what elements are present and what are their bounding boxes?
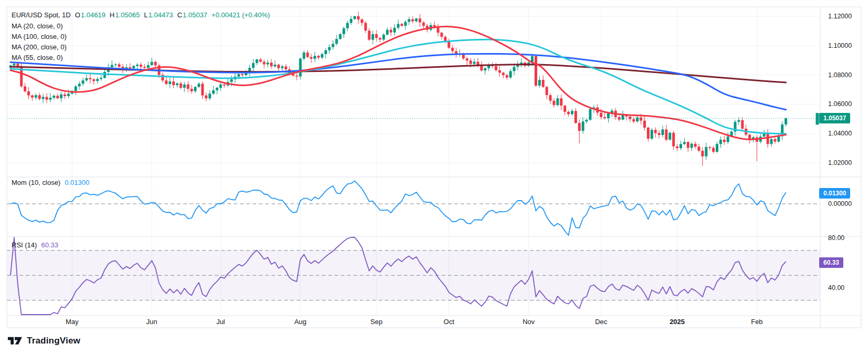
change-value: +0.00421 (+0.40%) bbox=[212, 11, 270, 19]
time-axis-label: 2025 bbox=[670, 318, 685, 326]
price-axis-label: 1.06000 bbox=[828, 100, 852, 108]
ma55-legend: MA (55, close, 0) bbox=[12, 54, 63, 61]
time-axis-label: Aug bbox=[294, 318, 306, 326]
rsi-label: RSI (14) bbox=[12, 241, 37, 249]
rsi-value: 60.33 bbox=[41, 241, 58, 249]
ohlc-open: O1.04619 bbox=[75, 11, 106, 19]
price-axis-label: 1.10000 bbox=[828, 41, 852, 50]
time-axis-label: Jun bbox=[147, 318, 158, 326]
rsi-value-badge: 60.33 bbox=[819, 257, 843, 268]
mom-pane[interactable] bbox=[7, 181, 820, 236]
current-price-badge: 1.05037 bbox=[819, 113, 850, 123]
time-axis-label: Dec bbox=[595, 318, 607, 326]
momentum-line bbox=[11, 181, 786, 236]
momentum-label: Mom (10, close) bbox=[12, 179, 60, 186]
symbol-title: EUR/USD Spot, 1D bbox=[12, 11, 71, 19]
tradingview-logo[interactable]: TradingView bbox=[7, 335, 80, 346]
price-axis-label: 1.08000 bbox=[828, 71, 852, 79]
edge-bar bbox=[816, 113, 819, 124]
rsi-axis-label: 80.00 bbox=[828, 234, 844, 242]
chart-canvas[interactable] bbox=[0, 0, 868, 354]
ohlc-low: L1.04473 bbox=[144, 11, 173, 19]
price-axis-label: 1.12000 bbox=[828, 12, 852, 20]
time-axis-label: Nov bbox=[522, 318, 535, 326]
momentum-legend: Mom (10, close) 0.01300 bbox=[12, 179, 89, 186]
ohlc-high: H1.05065 bbox=[110, 11, 140, 19]
ma20-legend: MA (20, close, 0) bbox=[12, 22, 63, 30]
tradingview-logo-icon bbox=[7, 335, 23, 346]
tradingview-logo-text: TradingView bbox=[27, 336, 80, 346]
candlestick-series[interactable] bbox=[9, 12, 788, 166]
price-axis-label: 1.04000 bbox=[828, 129, 852, 138]
price-axis-label: 1.02000 bbox=[828, 159, 852, 167]
rsi-pane[interactable] bbox=[7, 237, 820, 315]
rsi-axis-label: 40.00 bbox=[828, 284, 844, 292]
time-axis-label: Feb bbox=[751, 318, 762, 326]
time-axis-label: May bbox=[66, 318, 79, 326]
momentum-value: 0.01300 bbox=[65, 179, 89, 186]
time-axis-label: Sep bbox=[370, 318, 382, 326]
ma-55-line bbox=[11, 39, 786, 133]
rsi-legend: RSI (14) 60.33 bbox=[12, 241, 58, 249]
mom-value-badge: 0.01300 bbox=[819, 188, 850, 199]
ohlc-close: C1.05037 bbox=[177, 11, 207, 19]
time-axis-label: Oct bbox=[444, 318, 454, 326]
ma-20-line bbox=[11, 27, 786, 140]
symbol-legend: EUR/USD Spot, 1D O1.04619 H1.05065 L1.04… bbox=[12, 11, 270, 19]
tradingview-chart[interactable]: EUR/USD Spot, 1D O1.04619 H1.05065 L1.04… bbox=[0, 0, 868, 354]
time-axis-label: Jul bbox=[216, 318, 225, 326]
mom-zero-label: 0.00000 bbox=[828, 200, 852, 208]
ma200-legend: MA (200, close, 0) bbox=[12, 43, 67, 51]
ma-200-line bbox=[11, 65, 786, 82]
ma100-legend: MA (100, close, 0) bbox=[12, 33, 67, 40]
